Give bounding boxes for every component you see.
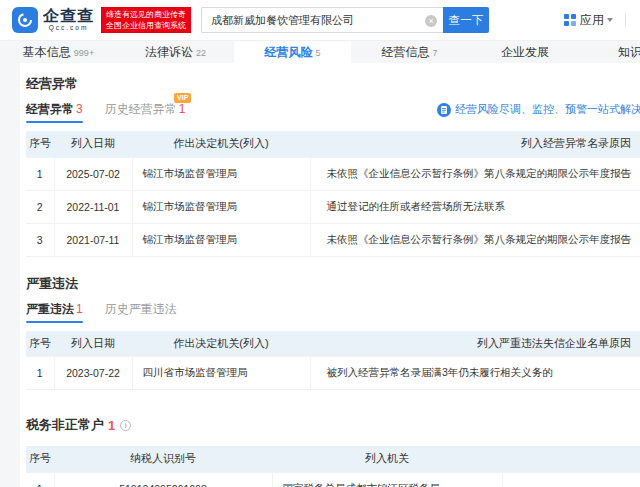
- table-row: 32021-07-11锦江市场监督管理局未依照《企业信息公示暂行条例》第八条规定…: [26, 223, 640, 256]
- tab-label: 经营信息: [381, 44, 429, 61]
- table-cell: 未依照《企业信息公示暂行条例》第八条规定的期限公示年度报告: [310, 223, 640, 256]
- table-cell: 1: [26, 472, 54, 487]
- tax-table: 序号 纳税人识别号 列入机关 1510104095261608国家税务总局成都市…: [26, 446, 640, 487]
- table-cell: 被列入经营异常名录届满3年仍未履行相关义务的: [310, 357, 640, 390]
- risk-service-link[interactable]: 经营风险尽调、监控、预警一站式解决: [437, 102, 640, 117]
- tab-count: 22: [196, 48, 206, 58]
- qcc-logo-icon: [12, 7, 38, 33]
- subtab-label: 历史严重违法: [105, 302, 177, 316]
- col-header-empty: [502, 446, 640, 472]
- clear-search-icon[interactable]: ×: [425, 15, 437, 27]
- table-header-row: 序号 列入日期 作出决定机关(列入) 列入严重违法失信企业名单原因: [26, 331, 640, 357]
- table-cell: 通过登记的住所或者经营场所无法联系: [310, 190, 640, 223]
- table-cell: 未依照《企业信息公示暂行条例》第八条规定的期限公示年度报告: [310, 157, 640, 190]
- subtab-illegal-history[interactable]: 历史严重违法: [105, 301, 177, 322]
- table-header-row: 序号 纳税人识别号 列入机关: [26, 446, 640, 472]
- abnormal-table: 序号 列入日期 作出决定机关(列入) 列入经营异常名录原因 12025-07-0…: [26, 131, 640, 257]
- tab-label: 基本信息: [23, 44, 71, 61]
- col-header-authority: 作出决定机关(列入): [132, 131, 310, 157]
- tab-label: 知识产权: [618, 44, 640, 61]
- apps-label: 应用: [580, 12, 604, 29]
- top-header: 企查查 Qcc.com 缔造有远见的商业传奇 全国企业信用查询系统 成都新威加餐…: [0, 0, 640, 40]
- col-header-reason: 列入经营异常名录原因: [310, 131, 640, 157]
- table-cell: 510104095261608: [54, 472, 272, 487]
- section-tax-abnormal: 税务非正常户 1 i 序号 纳税人识别号 列入机关 15101040952616…: [26, 416, 640, 487]
- apps-menu[interactable]: 应用: [564, 12, 613, 29]
- tab-label: 经营风险: [264, 44, 312, 61]
- table-cell: 锦江市场监督管理局: [132, 223, 310, 256]
- section-title-text: 严重违法: [26, 275, 78, 293]
- tab-count: 5: [315, 48, 320, 58]
- table-row: 22022-11-01锦江市场监督管理局通过登记的住所或者经营场所无法联系: [26, 190, 640, 223]
- col-header-index: 序号: [26, 131, 54, 157]
- section-count: 1: [108, 418, 115, 433]
- info-icon[interactable]: i: [120, 420, 131, 431]
- search-value: 成都新威加餐饮管理有限公司: [211, 13, 354, 28]
- subtab-abnormal-history[interactable]: 历史经营异常1 VIP: [105, 101, 186, 122]
- table-cell: 锦江市场监督管理局: [132, 190, 310, 223]
- section-serious-violations: 严重违法 严重违法1 历史严重违法 序号 列入日期 作出决定机关(列入) 列入: [26, 275, 640, 391]
- nav-tabbar: 基本信息 999+ 法律诉讼 22 经营风险 5 经营信息 7 企业发展 知识产…: [0, 40, 640, 63]
- section-title: 严重违法: [26, 275, 640, 293]
- chevron-down-icon: [607, 18, 613, 22]
- subtab-label: 历史经营异常: [105, 102, 177, 116]
- tagline-line1: 缔造有远见的商业传奇: [106, 9, 186, 20]
- table-cell: 2: [26, 190, 54, 223]
- tab-label: 企业发展: [501, 44, 549, 61]
- vip-badge: VIP: [174, 93, 191, 103]
- col-header-listing-authority: 列入机关: [272, 446, 502, 472]
- header-divider: [625, 13, 626, 27]
- search-input[interactable]: 成都新威加餐饮管理有限公司 ×: [201, 7, 443, 33]
- table-cell: 3: [26, 223, 54, 256]
- subtab-abnormal-current[interactable]: 经营异常3: [26, 101, 83, 122]
- subtab-illegal-current[interactable]: 严重违法1: [26, 301, 83, 322]
- col-header-authority: 作出决定机关(列入): [132, 331, 310, 357]
- col-header-index: 序号: [26, 331, 54, 357]
- tab-count: 7: [432, 48, 437, 58]
- subtab-label: 严重违法: [26, 302, 74, 316]
- brand-tagline: 缔造有远见的商业传奇 全国企业信用查询系统: [101, 7, 191, 33]
- table-row: 1510104095261608国家税务总局成都市锦江区税务局: [26, 472, 640, 487]
- subtab-count: 1: [76, 302, 83, 316]
- col-header-taxpayer-id: 纳税人识别号: [54, 446, 272, 472]
- section-title: 经营异常: [26, 75, 640, 93]
- tab-label: 法律诉讼: [145, 44, 193, 61]
- section-title-text: 税务非正常户: [26, 416, 104, 434]
- col-header-reason: 列入严重违法失信企业名单原因: [310, 331, 640, 357]
- logo-domain: Qcc.com: [49, 24, 89, 32]
- tab-operating-risk[interactable]: 经营风险 5: [234, 41, 351, 64]
- tab-operating-info[interactable]: 经营信息 7: [351, 41, 468, 64]
- table-cell: 锦江市场监督管理局: [132, 157, 310, 190]
- table-cell: 1: [26, 157, 54, 190]
- table-cell: 2023-07-22: [54, 357, 132, 390]
- tab-basic-info[interactable]: 基本信息 999+: [0, 41, 117, 64]
- qcc-logo-text: 企查查 Qcc.com: [43, 8, 94, 32]
- section-abnormal-operations: 经营异常 经营异常3 历史经营异常1 VIP 经营风险尽调、监控、预警一站式解决: [26, 75, 640, 257]
- tab-count: 999+: [74, 48, 94, 58]
- table-cell: [502, 472, 640, 487]
- tagline-line2: 全国企业信用查询系统: [106, 20, 186, 31]
- tab-intellectual-property[interactable]: 知识产权: [585, 41, 640, 64]
- tab-company-development[interactable]: 企业发展: [468, 41, 585, 64]
- col-header-date: 列入日期: [54, 331, 132, 357]
- search-button[interactable]: 查一下: [443, 7, 489, 33]
- qcc-logo[interactable]: 企查查 Qcc.com: [12, 7, 94, 33]
- section-title: 税务非正常户 1 i: [26, 416, 640, 434]
- table-cell: 国家税务总局成都市锦江区税务局: [272, 472, 502, 487]
- table-header-row: 序号 列入日期 作出决定机关(列入) 列入经营异常名录原因: [26, 131, 640, 157]
- subtab-count: 3: [76, 102, 83, 116]
- table-cell: 2022-11-01: [54, 190, 132, 223]
- table-cell: 1: [26, 357, 54, 390]
- risk-link-label: 经营风险尽调、监控、预警一站式解决: [455, 102, 640, 117]
- subtab-count: 1: [179, 102, 186, 116]
- subtab-label: 经营异常: [26, 102, 74, 116]
- col-header-index: 序号: [26, 446, 54, 472]
- content-card: 经营异常 经营异常3 历史经营异常1 VIP 经营风险尽调、监控、预警一站式解决: [20, 63, 640, 487]
- table-cell: 四川省市场监督管理局: [132, 357, 310, 390]
- illegal-subtabs: 严重违法1 历史严重违法: [26, 305, 640, 322]
- risk-report-icon: [437, 103, 451, 117]
- page-body: 经营异常 经营异常3 历史经营异常1 VIP 经营风险尽调、监控、预警一站式解决: [0, 63, 640, 487]
- tab-legal[interactable]: 法律诉讼 22: [117, 41, 234, 64]
- table-cell: 2025-07-02: [54, 157, 132, 190]
- illegal-table: 序号 列入日期 作出决定机关(列入) 列入严重违法失信企业名单原因 12023-…: [26, 331, 640, 391]
